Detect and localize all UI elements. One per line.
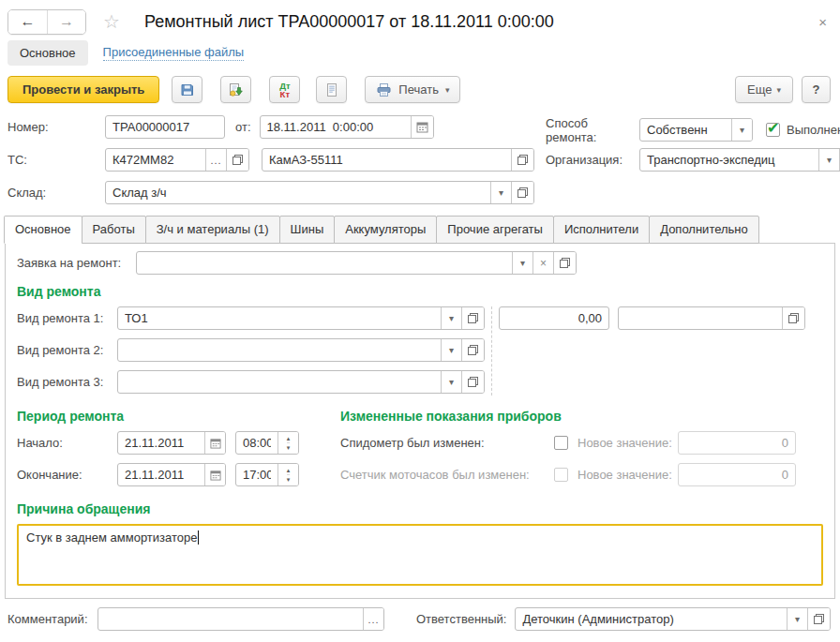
time-spinner[interactable]: ▴ ▾ xyxy=(278,432,298,454)
date-input[interactable] xyxy=(261,116,411,138)
end-time-field: ▴ ▾ xyxy=(235,463,299,486)
open-button[interactable] xyxy=(226,149,248,171)
help-button[interactable]: ? xyxy=(802,76,831,103)
tab-main[interactable]: Основное xyxy=(4,216,82,244)
chevron-down-icon: ▾ xyxy=(520,258,525,268)
vehicle-input[interactable] xyxy=(106,149,205,171)
document-structure-button[interactable] xyxy=(316,76,347,103)
done-label: Выполнен xyxy=(787,123,840,137)
favorite-star-icon[interactable]: ☆ xyxy=(103,10,120,33)
start-time-field: ▴ ▾ xyxy=(235,431,299,455)
end-time-input[interactable] xyxy=(236,464,278,485)
open-button[interactable] xyxy=(511,149,533,171)
spin-up-icon[interactable]: ▴ xyxy=(287,466,291,474)
forward-button[interactable]: → xyxy=(47,10,85,34)
comment-input[interactable] xyxy=(98,608,363,630)
dropdown-button[interactable]: ▾ xyxy=(441,307,461,329)
footer-bar: Комментарий: ... Ответственный: ▾ xyxy=(0,599,840,631)
speedometer-changed-checkbox[interactable] xyxy=(554,436,568,450)
spin-up-icon[interactable]: ▴ xyxy=(287,434,291,442)
dropdown-button[interactable]: ▾ xyxy=(441,371,461,393)
post-and-close-button[interactable]: Провести и закрыть xyxy=(8,76,159,103)
dropdown-button[interactable]: ▾ xyxy=(441,339,461,361)
chevron-down-icon: ▾ xyxy=(827,155,832,165)
number-label: Номер: xyxy=(8,120,105,134)
open-icon xyxy=(468,377,478,387)
chevron-down-icon: ▾ xyxy=(449,377,454,387)
organization-input[interactable] xyxy=(640,149,818,171)
organization-field: ▾ xyxy=(639,148,840,172)
number-field xyxy=(105,115,225,139)
ellipsis-button[interactable]: ... xyxy=(363,608,383,630)
back-button[interactable]: ← xyxy=(8,10,47,34)
dropdown-button[interactable]: ▾ xyxy=(787,608,807,630)
tab-works[interactable]: Работы xyxy=(82,216,146,244)
tab-other-units[interactable]: Прочие агрегаты xyxy=(436,216,554,244)
window-title: Ремонтный лист ТРА00000017 от 18.11.2011… xyxy=(144,12,554,32)
open-icon xyxy=(814,614,824,624)
open-button[interactable] xyxy=(461,307,484,329)
open-button[interactable] xyxy=(782,307,804,329)
number-input[interactable] xyxy=(106,116,224,138)
responsible-input[interactable] xyxy=(516,608,787,630)
repair-sheet-window: ← → ☆ Ремонтный лист ТРА00000017 от 18.1… xyxy=(0,0,840,642)
repair-type3-input[interactable] xyxy=(118,371,441,393)
repair-request-field: ▾ × xyxy=(136,251,577,275)
nav-tab-attachments[interactable]: Присоединенные файлы xyxy=(103,45,245,61)
reason-textarea[interactable]: Стук в заднем аммортизаторе xyxy=(17,524,823,586)
post-document-button[interactable] xyxy=(220,76,251,103)
repair-type1-extra-input[interactable] xyxy=(619,307,782,329)
more-button-label: Еще xyxy=(747,82,772,97)
repair-type1-label: Вид ремонта 1: xyxy=(17,311,117,325)
tab-tires[interactable]: Шины xyxy=(279,216,336,244)
dropdown-button[interactable]: ▾ xyxy=(512,252,532,274)
close-icon[interactable]: × xyxy=(818,14,827,30)
spin-down-icon[interactable]: ▾ xyxy=(287,442,291,452)
speedometer-new-value-input[interactable] xyxy=(679,432,795,454)
repair-type2-field: ▾ xyxy=(117,338,485,362)
repair-request-label: Заявка на ремонт: xyxy=(17,256,136,270)
warehouse-input[interactable] xyxy=(106,182,490,203)
hour-meter-changed-checkbox[interactable] xyxy=(554,468,568,482)
dropdown-button[interactable]: ▾ xyxy=(731,119,752,141)
toolbar: Провести и закрыть xyxy=(0,71,840,112)
nav-tab-main[interactable]: Основное xyxy=(8,40,88,66)
clear-button[interactable]: × xyxy=(532,252,553,274)
end-date-input[interactable] xyxy=(118,464,204,485)
done-checkbox[interactable]: ✔ xyxy=(766,123,780,137)
speedometer-new-value-label: Новое значение: xyxy=(578,436,678,450)
calendar-button[interactable] xyxy=(204,432,225,454)
accounting-entries-button[interactable]: ДтКт xyxy=(269,76,300,103)
calendar-button[interactable] xyxy=(411,116,433,138)
more-button[interactable]: Еще ▾ xyxy=(735,76,793,103)
save-button[interactable] xyxy=(172,76,202,103)
open-button[interactable] xyxy=(553,252,576,274)
repair-type1-amount-input[interactable] xyxy=(500,307,608,329)
vertical-dashed-separator xyxy=(491,306,492,396)
tab-executors[interactable]: Исполнители xyxy=(553,216,650,244)
repair-type2-input[interactable] xyxy=(118,339,441,361)
open-button[interactable] xyxy=(461,339,484,361)
tab-batteries[interactable]: Аккумуляторы xyxy=(334,216,437,244)
tab-additional[interactable]: Дополнительно xyxy=(649,216,759,244)
print-button[interactable]: Печать ▾ xyxy=(365,76,460,103)
repair-request-input[interactable] xyxy=(137,252,512,274)
hour-meter-new-value-input[interactable] xyxy=(679,464,795,485)
open-button[interactable] xyxy=(511,182,533,203)
time-spinner[interactable]: ▴ ▾ xyxy=(278,464,298,485)
open-button[interactable] xyxy=(461,371,484,393)
dropdown-button[interactable]: ▾ xyxy=(818,149,839,171)
start-time-input[interactable] xyxy=(236,432,278,454)
open-button[interactable] xyxy=(807,608,830,630)
open-icon xyxy=(788,313,799,323)
open-icon xyxy=(518,155,528,165)
repair-method-input[interactable] xyxy=(640,119,731,141)
dropdown-button[interactable]: ▾ xyxy=(490,182,511,203)
spin-down-icon[interactable]: ▾ xyxy=(287,474,291,484)
tab-parts-materials[interactable]: З/ч и материалы (1) xyxy=(145,216,280,244)
calendar-button[interactable] xyxy=(204,464,225,485)
vehicle-model-input[interactable] xyxy=(262,149,511,171)
start-date-input[interactable] xyxy=(118,432,204,454)
ellipsis-button[interactable]: ... xyxy=(205,149,226,171)
repair-type1-input[interactable] xyxy=(118,307,441,329)
